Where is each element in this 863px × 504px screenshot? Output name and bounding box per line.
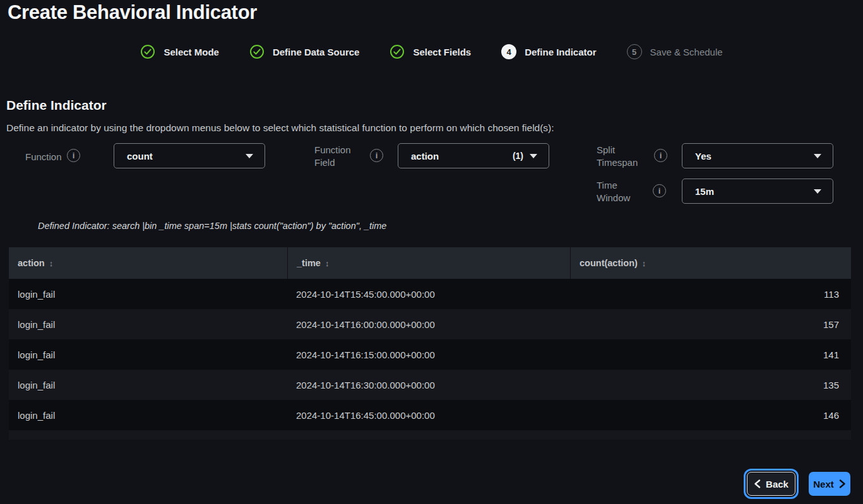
defined-indicator-summary: Defined Indicator: search |bin _time spa… [38, 221, 386, 231]
cell-count: 146 [570, 410, 851, 421]
time-window-dropdown-value: 15m [695, 186, 814, 197]
cell-time: 2024-10-14T15:45:00.000+00:00 [287, 289, 570, 300]
step-define-data-source[interactable]: Define Data Source [249, 44, 360, 59]
table-row: login_fail 2024-10-14T16:15:00.000+00:00… [9, 339, 851, 370]
step-select-fields[interactable]: Select Fields [390, 44, 471, 59]
sort-icon: ↕ [49, 259, 54, 268]
step-select-mode[interactable]: Select Mode [140, 44, 219, 59]
step-label: Save & Schedule [650, 47, 723, 57]
function-label: Function [25, 151, 62, 163]
cell-action: login_fail [9, 289, 287, 300]
chevron-down-icon [814, 154, 821, 158]
column-header-count[interactable]: count(action) ↕ [570, 247, 851, 279]
function-dropdown[interactable]: count [114, 143, 265, 168]
step-label: Define Indicator [525, 47, 596, 57]
step-label: Select Fields [413, 47, 471, 57]
cell-action: login_fail [9, 380, 287, 390]
cell-action: login_fail [9, 349, 287, 360]
table-row: login_fail 2024-10-14T16:30:00.000+00:00… [9, 370, 851, 400]
selected-count-badge: (1) [513, 151, 523, 161]
table-body: login_fail 2024-10-14T15:45:00.000+00:00… [9, 279, 851, 440]
chevron-right-icon [839, 479, 846, 488]
column-header-label: action [18, 258, 45, 268]
time-window-dropdown[interactable]: 15m [682, 179, 833, 204]
check-circle-icon [249, 44, 265, 59]
chevron-down-icon [814, 189, 821, 194]
check-circle-icon [390, 44, 405, 59]
cell-time: 2024-10-14T16:00:00.000+00:00 [287, 319, 570, 330]
step-label: Define Data Source [273, 47, 360, 57]
section-description: Define an indicator by using the dropdow… [6, 122, 554, 134]
cell-time: 2024-10-14T16:30:00.000+00:00 [287, 380, 570, 390]
sort-icon: ↕ [325, 259, 330, 268]
table-header-row: action ↕ _time ↕ count(action) ↕ [9, 247, 851, 279]
chevron-down-icon [246, 154, 253, 158]
cell-action: login_fail [9, 410, 287, 421]
time-window-info-icon[interactable]: i [653, 184, 666, 197]
next-button-label: Next [813, 479, 834, 489]
step-number-badge: 5 [627, 44, 642, 59]
column-header-time[interactable]: _time ↕ [287, 247, 570, 279]
cell-count: 141 [570, 349, 851, 360]
split-timespan-info-icon[interactable]: i [654, 149, 667, 162]
chevron-down-icon [530, 154, 537, 158]
column-header-label: _time [297, 258, 321, 268]
table-row: login_fail 2024-10-14T16:00:00.000+00:00… [9, 309, 851, 339]
back-button-label: Back [766, 479, 789, 489]
cell-time: 2024-10-14T16:15:00.000+00:00 [287, 349, 570, 360]
step-number-badge: 4 [501, 44, 516, 59]
function-field-dropdown[interactable]: action (1) [398, 143, 549, 168]
function-info-icon[interactable]: i [67, 149, 80, 162]
time-window-label: Time Window [597, 179, 647, 204]
function-field-info-icon[interactable]: i [370, 149, 383, 162]
step-label: Select Mode [164, 47, 219, 57]
table-row: login_fail 2024-10-14T16:45:00.000+00:00… [9, 400, 851, 430]
cell-time: 2024-10-14T16:45:00.000+00:00 [287, 410, 570, 421]
step-save-schedule[interactable]: 5 Save & Schedule [627, 44, 723, 59]
split-timespan-label: Split Timespan [597, 144, 647, 169]
section-heading: Define Indicator [6, 98, 107, 113]
table-row-clipped [9, 430, 851, 440]
sort-icon: ↕ [642, 259, 646, 268]
table-row: login_fail 2024-10-14T15:45:00.000+00:00… [9, 279, 851, 309]
check-circle-icon [140, 44, 155, 59]
cell-count: 135 [570, 380, 851, 390]
next-button[interactable]: Next [809, 472, 850, 496]
create-behavioral-indicator-page: Create Behavioral Indicator Select Mode … [0, 0, 863, 504]
function-field-label: Function Field [314, 144, 359, 169]
wizard-stepper: Select Mode Define Data Source Select Fi… [0, 40, 863, 63]
split-timespan-dropdown-value: Yes [695, 151, 814, 161]
cell-count: 157 [570, 319, 851, 330]
function-dropdown-value: count [127, 151, 246, 161]
cell-count: 113 [570, 289, 851, 300]
step-define-indicator[interactable]: 4 Define Indicator [501, 44, 596, 59]
function-field-dropdown-value: action [411, 151, 513, 161]
page-title: Create Behavioral Indicator [8, 1, 257, 24]
results-table: action ↕ _time ↕ count(action) ↕ login_f… [9, 247, 851, 440]
column-header-action[interactable]: action ↕ [9, 247, 287, 279]
cell-action: login_fail [9, 319, 287, 330]
chevron-left-icon [754, 479, 761, 488]
column-header-label: count(action) [580, 258, 638, 268]
split-timespan-dropdown[interactable]: Yes [682, 143, 833, 168]
back-button[interactable]: Back [747, 472, 795, 496]
